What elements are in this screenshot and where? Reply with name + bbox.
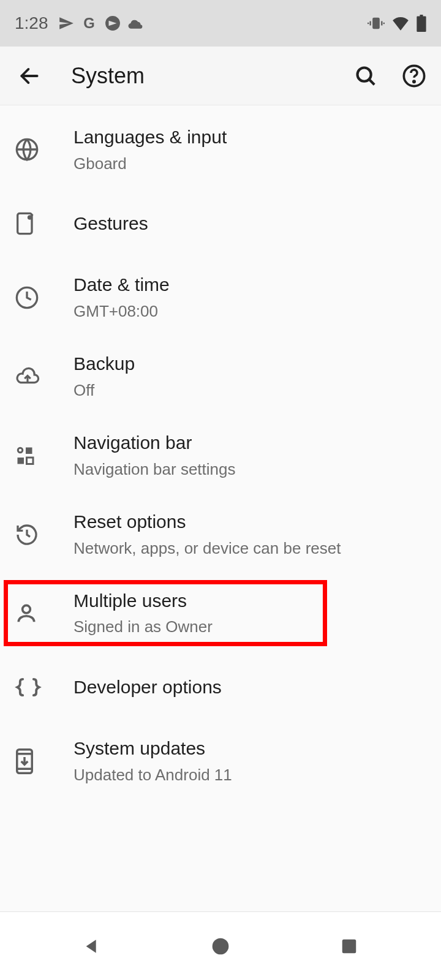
list-item-date-time[interactable]: Date & time GMT+08:00 — [0, 258, 441, 337]
list-item-navigation-bar[interactable]: Navigation bar Navigation bar settings — [0, 416, 441, 495]
item-subtitle: Off — [74, 379, 426, 401]
svg-point-20 — [18, 448, 23, 453]
svg-line-11 — [369, 79, 375, 85]
svg-rect-2 — [373, 18, 379, 28]
list-item-reset-options[interactable]: Reset options Network, apps, or device c… — [0, 495, 441, 574]
status-time: 1:28 — [15, 13, 48, 33]
send-icon — [58, 15, 74, 31]
item-title: Gestures — [74, 211, 426, 236]
item-subtitle: Navigation bar settings — [74, 458, 426, 480]
app-bar-actions — [354, 64, 426, 88]
search-button[interactable] — [354, 64, 377, 88]
svg-rect-30 — [342, 939, 356, 953]
item-title: Date & time — [74, 273, 426, 298]
grid-icon — [15, 445, 56, 467]
item-title: Developer options — [74, 675, 426, 700]
svg-point-13 — [413, 81, 415, 82]
svg-text:G: G — [83, 15, 95, 31]
list-item-gestures[interactable]: Gestures — [0, 189, 441, 258]
list-item-languages-input[interactable]: Languages & input Gboard — [0, 110, 441, 189]
cloud-upload-icon — [15, 367, 56, 386]
svg-point-10 — [358, 67, 371, 81]
globe-icon — [15, 137, 56, 162]
item-title: Multiple users — [74, 589, 426, 614]
arrow-left-icon — [18, 64, 41, 88]
item-title: Reset options — [74, 510, 426, 535]
help-button[interactable] — [402, 64, 426, 88]
system-update-icon — [15, 748, 56, 774]
item-title: System updates — [74, 736, 426, 761]
search-icon — [354, 64, 377, 88]
google-icon: G — [81, 15, 97, 31]
square-recent-icon — [340, 937, 358, 956]
item-subtitle: Signed in as Owner — [74, 616, 426, 638]
list-item-multiple-users[interactable]: Multiple users Signed in as Owner — [0, 574, 441, 653]
item-subtitle: Updated to Android 11 — [74, 764, 426, 786]
settings-list: Languages & input Gboard Gestures Date &… — [0, 105, 441, 801]
svg-rect-7 — [417, 17, 426, 32]
restore-icon — [15, 522, 56, 547]
status-system-icons — [368, 15, 426, 32]
svg-rect-22 — [18, 458, 24, 464]
status-left: 1:28 G — [15, 13, 144, 33]
gestures-icon — [15, 211, 56, 236]
app-bar: System — [0, 47, 441, 105]
battery-icon — [417, 15, 426, 32]
item-subtitle: Network, apps, or device can be reset — [74, 537, 426, 559]
clock-icon — [15, 285, 56, 310]
nav-home-button[interactable] — [184, 928, 257, 965]
circle-icon — [105, 15, 121, 31]
status-bar: 1:28 G — [0, 0, 441, 47]
triangle-back-icon — [82, 937, 102, 956]
list-item-backup[interactable]: Backup Off — [0, 337, 441, 416]
svg-rect-8 — [420, 15, 423, 17]
status-notification-icons: G — [58, 15, 144, 31]
item-subtitle: GMT+08:00 — [74, 300, 426, 322]
svg-point-29 — [213, 938, 229, 954]
svg-rect-21 — [26, 447, 32, 454]
braces-icon — [15, 676, 56, 698]
item-title: Backup — [74, 352, 426, 377]
circle-home-icon — [211, 937, 230, 956]
item-subtitle: Gboard — [74, 153, 426, 175]
nav-back-button[interactable] — [55, 928, 129, 965]
cloud-icon — [128, 17, 144, 29]
item-title: Navigation bar — [74, 431, 426, 456]
svg-point-24 — [23, 606, 31, 614]
item-title: Languages & input — [74, 125, 426, 150]
page-title: System — [71, 63, 354, 89]
help-icon — [402, 64, 426, 88]
person-icon — [15, 601, 56, 625]
list-item-system-updates[interactable]: System updates Updated to Android 11 — [0, 722, 441, 801]
system-nav-bar — [0, 911, 441, 980]
vibrate-icon — [368, 15, 385, 32]
nav-recent-button[interactable] — [312, 928, 386, 965]
back-button[interactable] — [15, 61, 44, 91]
svg-rect-23 — [27, 458, 34, 464]
wifi-icon — [392, 16, 409, 31]
list-item-developer-options[interactable]: Developer options — [0, 653, 441, 722]
